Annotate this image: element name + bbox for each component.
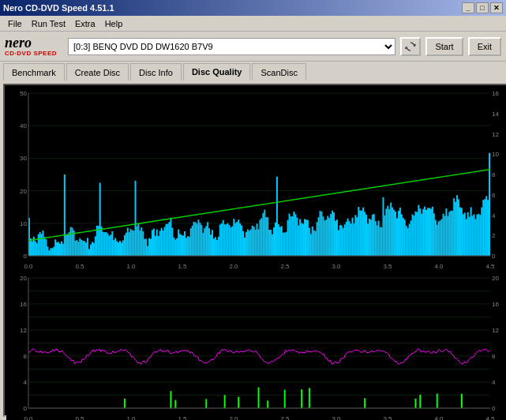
toolbar: nero CD·DVD SPEED [0:3] BENQ DVD DD DW16… bbox=[0, 32, 506, 62]
start-button[interactable]: Start bbox=[425, 37, 463, 56]
menu-extra[interactable]: Extra bbox=[70, 16, 100, 31]
main-content: Disc info Type: DVD+R ID: YUDEN000 T02 D… bbox=[0, 81, 506, 420]
maximize-button[interactable]: □ bbox=[476, 2, 489, 13]
title-bar-buttons: _ □ ✕ bbox=[462, 2, 503, 13]
tab-scan-disc[interactable]: ScanDisc bbox=[252, 63, 305, 81]
tab-disc-info[interactable]: Disc Info bbox=[130, 63, 182, 81]
refresh-icon bbox=[405, 41, 416, 52]
charts-area bbox=[3, 84, 506, 417]
exit-button[interactable]: Exit bbox=[468, 37, 501, 56]
drive-select[interactable]: [0:3] BENQ DVD DD DW1620 B7V9 bbox=[68, 38, 395, 55]
menu-bar: File Run Test Extra Help bbox=[0, 16, 506, 32]
refresh-icon-button[interactable] bbox=[400, 37, 421, 56]
nero-sub-text: CD·DVD SPEED bbox=[5, 50, 57, 57]
top-chart bbox=[6, 87, 506, 272]
tab-bar: Benchmark Create Disc Disc Info Disc Qua… bbox=[0, 62, 506, 81]
nero-main-text: nero bbox=[5, 36, 32, 50]
minimize-button[interactable]: _ bbox=[462, 2, 474, 13]
bottom-chart bbox=[6, 273, 506, 420]
close-button[interactable]: ✕ bbox=[490, 2, 503, 13]
window-title: Nero CD-DVD Speed 4.51.1 bbox=[3, 3, 114, 13]
title-bar: Nero CD-DVD Speed 4.51.1 _ □ ✕ bbox=[0, 0, 506, 16]
menu-help[interactable]: Help bbox=[100, 16, 128, 31]
menu-file[interactable]: File bbox=[3, 16, 27, 31]
tab-benchmark[interactable]: Benchmark bbox=[3, 63, 65, 81]
nero-logo: nero CD·DVD SPEED bbox=[5, 36, 57, 57]
tab-create-disc[interactable]: Create Disc bbox=[66, 63, 129, 81]
menu-run-test[interactable]: Run Test bbox=[27, 16, 70, 31]
tab-disc-quality[interactable]: Disc Quality bbox=[183, 63, 251, 81]
